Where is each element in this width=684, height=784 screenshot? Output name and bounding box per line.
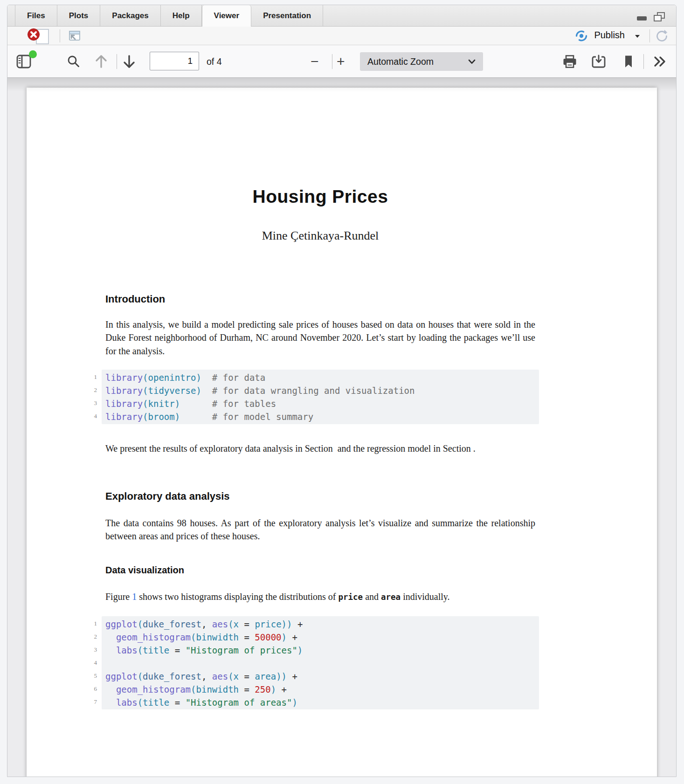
code-line: 4 — [105, 657, 539, 670]
line-number: 6 — [85, 686, 97, 692]
line-number: 2 — [85, 633, 97, 640]
save-button[interactable] — [591, 55, 606, 69]
code-line: 1library(openintro) # for data — [105, 371, 539, 384]
publish-dropdown-caret-icon[interactable] — [634, 34, 641, 39]
bookmark-button[interactable] — [623, 55, 634, 69]
page-count-label: of 4 — [207, 56, 222, 67]
clear-viewer-button[interactable] — [26, 27, 52, 46]
next-page-button[interactable] — [121, 54, 137, 69]
pdf-viewport[interactable]: Housing Prices Mine Çetinkaya-Rundel Int… — [7, 78, 676, 777]
paragraph-eda: The data contains 98 houses. As part of … — [105, 516, 535, 543]
code-block-histograms: 1ggplot(duke_forest, aes(x = price)) +2 … — [102, 616, 539, 709]
line-number: 5 — [85, 673, 97, 679]
paragraph-sections-note: We present the results of exploratory da… — [105, 442, 535, 455]
pdfjs-toolbar: of 4 − + Automatic Zoom — [7, 45, 676, 78]
toolbar-separator — [332, 54, 332, 69]
maximize-pane-icon[interactable] — [653, 12, 666, 22]
code-line: 6 geom_histogram(binwidth = 250) + — [105, 683, 539, 696]
doc-title: Housing Prices — [105, 186, 535, 207]
search-icon — [67, 55, 81, 69]
text-segment: In this analysis, we build a model predi… — [105, 319, 535, 356]
line-number: 3 — [85, 400, 97, 406]
open-in-new-window-button[interactable] — [67, 29, 81, 42]
line-number: 4 — [85, 660, 97, 666]
print-button[interactable] — [562, 55, 577, 69]
code-line: 5ggplot(duke_forest, aes(x = area)) + — [105, 670, 539, 683]
zoom-in-button[interactable]: + — [337, 55, 345, 69]
tab-files[interactable]: Files — [15, 5, 57, 26]
tab-help[interactable]: Help — [161, 5, 202, 26]
zoom-out-button[interactable]: − — [311, 55, 319, 69]
refresh-icon — [655, 29, 669, 43]
code-line: 7 labs(title = "Histogram of areas") — [105, 696, 539, 709]
text-segment: shows two histograms displaying the dist… — [137, 591, 338, 602]
code-line: 3library(knitr) # for tables — [105, 397, 539, 410]
chevron-down-icon — [468, 59, 476, 64]
tab-plots[interactable]: Plots — [57, 5, 101, 26]
paragraph-figure: Figure 1 shows two histograms displaying… — [105, 590, 535, 604]
print-icon — [562, 55, 577, 69]
viewer-pane: FilesPlotsPackagesHelpViewerPresentation — [7, 5, 677, 777]
doc-author: Mine Çetinkaya-Rundel — [105, 229, 535, 243]
pdf-page: Housing Prices Mine Çetinkaya-Rundel Int… — [27, 88, 657, 777]
double-chevron-right-icon — [653, 55, 667, 68]
publish-button[interactable]: Publish — [594, 30, 625, 41]
popout-window-icon — [67, 29, 81, 42]
zoom-select-value: Automatic Zoom — [367, 56, 434, 67]
code-line: 3 labs(title = "Histogram of prices") — [105, 644, 539, 657]
line-number: 2 — [85, 387, 97, 393]
tab-strip: FilesPlotsPackagesHelpViewerPresentation — [7, 5, 676, 27]
page-number-input[interactable] — [150, 52, 199, 70]
tab-presentation[interactable]: Presentation — [251, 5, 323, 26]
text-segment: We present the results of exploratory da… — [105, 443, 476, 454]
code-line: 1ggplot(duke_forest, aes(x = price)) + — [105, 618, 539, 631]
previous-page-button[interactable] — [93, 54, 109, 69]
arrow-down-icon — [121, 54, 137, 69]
bookmark-icon — [623, 55, 634, 69]
paragraph-intro: In this analysis, we build a model predi… — [105, 318, 535, 358]
minimize-pane-icon[interactable] — [636, 12, 648, 21]
pane-window-controls — [636, 12, 666, 22]
pane-tab-bar: FilesPlotsPackagesHelpViewerPresentation — [7, 5, 676, 27]
arrow-up-icon — [93, 54, 109, 69]
figure-ref-link[interactable]: 1 — [132, 591, 137, 602]
heading-introduction: Introduction — [105, 293, 535, 305]
code-line: 2 geom_histogram(binwidth = 50000) + — [105, 631, 539, 644]
more-tools-button[interactable] — [653, 55, 667, 68]
line-number: 1 — [85, 374, 97, 380]
text-segment: Figure — [105, 591, 132, 602]
tab-packages[interactable]: Packages — [100, 5, 160, 26]
sidebar-notification-dot — [29, 50, 37, 58]
viewer-toolbar: Publish — [7, 27, 676, 45]
code-block-load-packages: 1library(openintro) # for data2library(t… — [102, 370, 539, 424]
find-button[interactable] — [67, 55, 81, 69]
zoom-select[interactable]: Automatic Zoom — [360, 52, 483, 71]
code-line: 4library(broom) # for model summary — [105, 410, 539, 423]
toolbar-separator — [60, 29, 60, 42]
code-line: 2library(tidyverse) # for data wrangling… — [105, 384, 539, 397]
text-segment: The data contains 98 houses. As part of … — [105, 518, 535, 541]
line-number: 3 — [85, 646, 97, 653]
inline-code: price — [338, 592, 363, 602]
line-number: 4 — [85, 413, 97, 419]
text-segment: individually. — [401, 591, 449, 602]
inline-code: area — [381, 592, 401, 602]
publish-icon — [575, 30, 588, 41]
line-number: 7 — [85, 699, 97, 705]
heading-data-visualization: Data visualization — [105, 565, 535, 576]
tab-viewer[interactable]: Viewer — [202, 5, 252, 27]
heading-eda: Exploratory data analysis — [105, 490, 535, 502]
toolbar-separator — [649, 29, 650, 42]
toolbar-separator — [117, 54, 117, 69]
download-icon — [591, 55, 606, 69]
toolbar-separator — [643, 54, 644, 69]
line-number: 1 — [85, 620, 97, 626]
refresh-button[interactable] — [655, 29, 669, 43]
text-segment: and — [363, 591, 381, 602]
